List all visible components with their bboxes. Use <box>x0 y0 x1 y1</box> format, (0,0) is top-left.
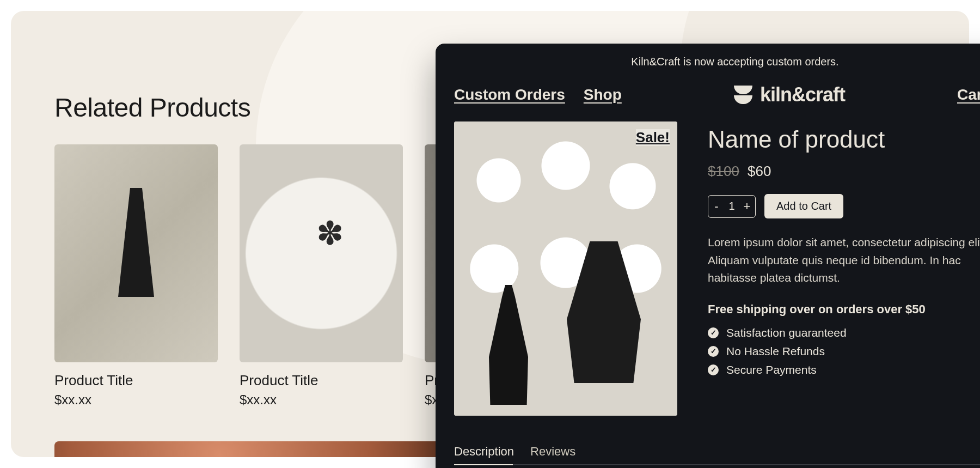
feature-text: Satisfaction guaranteed <box>726 326 847 339</box>
site-logo[interactable]: kiln&craft <box>734 83 845 106</box>
logo-text: kiln&craft <box>760 83 845 106</box>
logo-icon <box>734 86 752 104</box>
add-to-cart-button[interactable]: Add to Cart <box>764 194 843 218</box>
current-price: $60 <box>748 163 771 179</box>
qty-value: 1 <box>725 200 739 212</box>
feature-item: ✓ Secure Payments <box>708 363 980 376</box>
product-name: Name of product <box>708 126 980 153</box>
product-title: Product Title <box>54 372 218 389</box>
tab-underline <box>454 464 980 465</box>
check-icon: ✓ <box>708 327 719 338</box>
related-product-card[interactable]: Product Title $xx.xx <box>54 144 218 408</box>
add-to-cart-row: - 1 + Add to Cart <box>708 194 980 218</box>
feature-item: ✓ No Hassle Refunds <box>708 345 980 358</box>
cart-link[interactable]: Cart 1 <box>957 84 980 105</box>
image-background <box>454 121 677 416</box>
main-nav: Custom Orders Shop kiln&craft Cart 1 <box>454 78 980 121</box>
product-prices: $100 $60 <box>708 163 980 180</box>
feature-item: ✓ Satisfaction guaranteed <box>708 326 980 339</box>
tab-reviews[interactable]: Reviews <box>530 445 575 459</box>
old-price: $100 <box>708 163 739 179</box>
shipping-heading: Free shipping over on orders over $50 <box>708 302 980 317</box>
check-icon: ✓ <box>708 364 719 375</box>
check-icon: ✓ <box>708 346 719 357</box>
cart-label[interactable]: Cart <box>957 86 980 104</box>
product-title: Product Title <box>240 372 403 389</box>
tab-description[interactable]: Description <box>454 445 514 459</box>
product-info: Name of product $100 $60 - 1 + Add to Ca… <box>708 121 980 416</box>
product-tabs: Description Reviews <box>454 445 980 465</box>
announcement-bar: Kiln&Craft is now accepting custom order… <box>454 44 980 78</box>
feature-list: ✓ Satisfaction guaranteed ✓ No Hassle Re… <box>708 326 980 376</box>
product-price: $xx.xx <box>240 392 403 408</box>
product-image <box>54 144 218 362</box>
nav-left: Custom Orders Shop <box>454 86 622 104</box>
product-detail: Sale! Name of product $100 $60 - 1 + Add… <box>454 121 980 416</box>
nav-link-shop[interactable]: Shop <box>584 86 622 104</box>
qty-increment-button[interactable]: + <box>739 196 755 217</box>
product-description: Lorem ipsum dolor sit amet, consectetur … <box>708 234 980 287</box>
qty-decrement-button[interactable]: - <box>708 196 725 217</box>
feature-text: Secure Payments <box>726 363 817 376</box>
product-main-image[interactable]: Sale! <box>454 121 677 416</box>
product-image <box>240 144 403 362</box>
feature-text: No Hassle Refunds <box>726 345 825 358</box>
product-price: $xx.xx <box>54 392 218 408</box>
quantity-stepper: - 1 + <box>708 195 756 218</box>
hero-image-strip <box>54 441 468 457</box>
product-panel: Kiln&Craft is now accepting custom order… <box>436 44 980 468</box>
nav-link-custom-orders[interactable]: Custom Orders <box>454 86 565 104</box>
sale-badge: Sale! <box>636 129 670 146</box>
related-product-card[interactable]: Product Title $xx.xx <box>240 144 403 408</box>
